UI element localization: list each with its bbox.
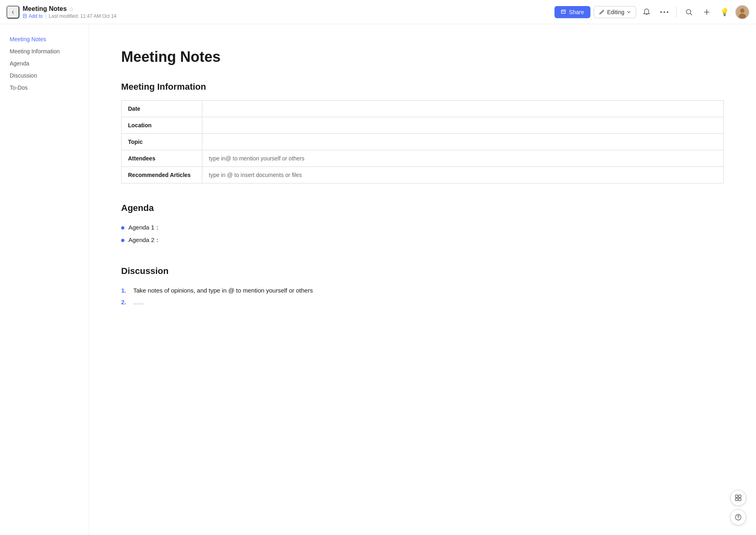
help-button[interactable] (730, 509, 746, 525)
sidebar-item-todos[interactable]: To-Dos (6, 82, 82, 93)
svg-rect-15 (735, 495, 738, 497)
sidebar-item-meeting-notes[interactable]: Meeting Notes (6, 34, 82, 44)
header: ‹ Meeting Notes ☆ Add to | Last modified… (0, 0, 756, 24)
agenda-item-2[interactable]: Agenda 2： (128, 236, 160, 244)
header-left: ‹ Meeting Notes ☆ Add to | Last modified… (6, 5, 551, 19)
main-content: Meeting Notes Meeting Information Date L… (89, 24, 756, 535)
file-icon (23, 14, 27, 19)
table-row: Recommended Articles type in @ to insert… (122, 167, 724, 183)
svg-rect-3 (561, 10, 565, 13)
agenda-section: Agenda Agenda 1： Agenda 2： (121, 203, 724, 246)
document-title: Meeting Notes (23, 5, 67, 13)
list-item: Agenda 1： (121, 221, 724, 234)
help-icon (735, 514, 742, 521)
recommended-articles-label: Recommended Articles (122, 167, 202, 183)
svg-rect-17 (735, 498, 738, 501)
bullet-dot (121, 239, 124, 242)
bullet-dot (121, 226, 124, 230)
svg-point-14 (739, 13, 746, 19)
more-icon (660, 11, 668, 13)
search-icon (685, 8, 693, 16)
list-item: 2. ...... (121, 296, 724, 308)
search-button[interactable] (682, 5, 696, 19)
svg-rect-18 (739, 498, 741, 501)
bell-icon (643, 8, 651, 16)
meta-divider: | (45, 13, 46, 19)
avatar[interactable] (735, 5, 750, 19)
table-row: Topic (122, 134, 724, 150)
discussion-num-2: 2. (121, 299, 129, 305)
floating-buttons (730, 490, 746, 525)
avatar-face (736, 6, 749, 19)
agenda-item-1[interactable]: Agenda 1： (128, 224, 160, 232)
svg-point-8 (687, 9, 691, 14)
svg-rect-16 (739, 495, 741, 497)
svg-point-6 (664, 11, 665, 13)
template-button[interactable] (730, 490, 746, 506)
back-button[interactable]: ‹ (6, 6, 19, 19)
share-icon (561, 9, 567, 15)
discussion-section: Discussion 1. Take notes of opinions, an… (121, 266, 724, 308)
attendees-value[interactable]: type in@ to mention yourself or others (202, 150, 724, 167)
last-modified: Last modified: 11:47 AM Oct 14 (49, 13, 116, 19)
share-button[interactable]: Share (554, 6, 590, 18)
template-icon (735, 494, 742, 501)
chevron-down-icon (627, 10, 631, 14)
divider (676, 6, 677, 18)
table-row: Date (122, 101, 724, 117)
discussion-text-1[interactable]: Take notes of opinions, and type in @ to… (133, 287, 313, 294)
svg-point-5 (660, 11, 662, 13)
add-to-link[interactable]: Add to (23, 13, 43, 19)
bulb-button[interactable]: 💡 (717, 5, 732, 19)
topic-label: Topic (122, 134, 202, 150)
recommended-articles-value[interactable]: type in @ to insert documents or files (202, 167, 724, 183)
meeting-information-section: Meeting Information Date Location Topic … (121, 82, 724, 183)
star-icon[interactable]: ☆ (69, 6, 74, 12)
header-right: Share Editing (554, 5, 750, 19)
doc-meta: Add to | Last modified: 11:47 AM Oct 14 (23, 13, 116, 19)
svg-point-7 (667, 11, 668, 13)
meeting-information-heading: Meeting Information (121, 82, 724, 92)
discussion-text-2[interactable]: ...... (133, 299, 143, 305)
topic-value[interactable] (202, 134, 724, 150)
editing-button[interactable]: Editing (594, 6, 636, 18)
list-item: 1. Take notes of opinions, and type in @… (121, 284, 724, 296)
sidebar-item-agenda[interactable]: Agenda (6, 58, 82, 69)
discussion-num-1: 1. (121, 287, 129, 294)
agenda-heading: Agenda (121, 203, 724, 213)
discussion-heading: Discussion (121, 266, 724, 276)
add-button[interactable] (699, 5, 714, 19)
avatar-image (736, 5, 749, 19)
attendees-label: Attendees (122, 150, 202, 167)
table-row: Location (122, 117, 724, 134)
table-row: Attendees type in@ to mention yourself o… (122, 150, 724, 167)
more-options-button[interactable] (657, 5, 672, 19)
list-item: Agenda 2： (121, 234, 724, 246)
sidebar-item-discussion[interactable]: Discussion (6, 70, 82, 81)
sidebar-item-meeting-information[interactable]: Meeting Information (6, 46, 82, 57)
svg-line-9 (691, 13, 692, 15)
doc-title-row: Meeting Notes ☆ (23, 5, 116, 13)
agenda-list: Agenda 1： Agenda 2： (121, 221, 724, 246)
sidebar: Meeting Notes Meeting Information Agenda… (0, 24, 89, 535)
meeting-info-table: Date Location Topic Attendees type in@ t… (121, 100, 724, 183)
location-label: Location (122, 117, 202, 134)
plus-icon (703, 8, 710, 16)
svg-point-13 (740, 8, 745, 13)
discussion-list: 1. Take notes of opinions, and type in @… (121, 284, 724, 308)
date-label: Date (122, 101, 202, 117)
doc-title-area: Meeting Notes ☆ Add to | Last modified: … (23, 5, 116, 19)
date-value[interactable] (202, 101, 724, 117)
svg-point-20 (738, 518, 738, 519)
notification-button[interactable] (639, 5, 654, 19)
location-value[interactable] (202, 117, 724, 134)
bulb-icon: 💡 (720, 8, 729, 17)
edit-icon (599, 9, 605, 15)
page-title: Meeting Notes (121, 48, 724, 65)
layout: Meeting Notes Meeting Information Agenda… (0, 24, 756, 535)
